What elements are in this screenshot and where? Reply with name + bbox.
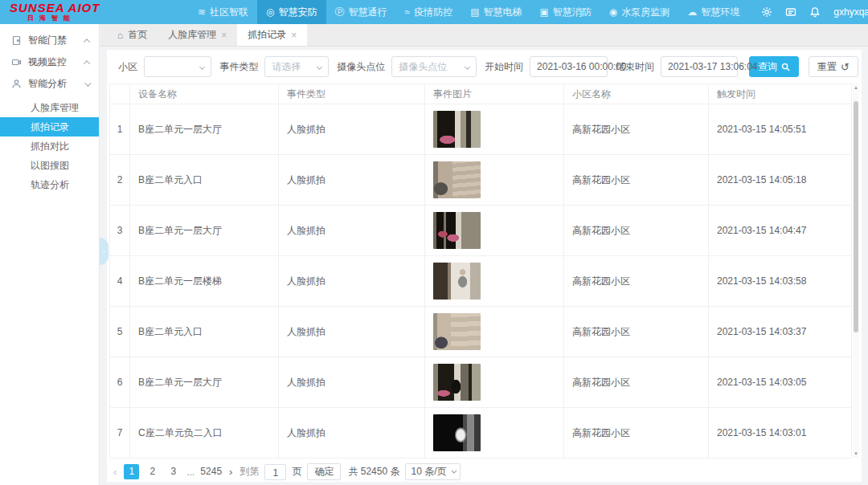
nav-item-fire[interactable]: ▣ 智慧消防 [530,0,600,24]
sidebar-item-face-library[interactable]: 人脸库管理 [0,98,99,117]
tab-home[interactable]: ⌂ 首页 [107,24,158,46]
nav-item-elevator[interactable]: ▤ 智慧电梯 [461,0,530,24]
trigger-time-cell: 2021-03-15 14:04:47 [709,206,852,256]
message-icon[interactable] [785,6,796,18]
event-snapshot[interactable] [433,161,481,198]
event-image-cell [425,408,564,459]
row-index: 2 [110,155,130,206]
event-snapshot[interactable] [433,111,481,148]
event-type-cell: 人脸抓拍 [279,408,425,459]
pagination: ‹ 1 2 3 ... 5245 › 到第 1 页 确定 共 52450 条 1… [107,459,862,480]
goto-page-label: 到第 [240,465,259,479]
sidebar-item-image-search[interactable]: 以图搜图 [0,156,99,175]
row-index: 3 [110,206,130,256]
community-select[interactable] [144,56,211,77]
nav-item-community[interactable]: ≋ 社区智联 [189,0,257,24]
page-button-1[interactable]: 1 [124,464,139,479]
page-size-select[interactable]: 10 条/页 [405,463,461,480]
close-icon[interactable]: × [291,30,297,41]
camera-select[interactable]: 摄像头点位 [391,56,477,77]
table-row: 7 C座二单元负二入口 人脸抓拍 高新花园小区 2021-03-15 14:03… [110,408,852,459]
trigger-time-cell: 2021-03-15 14:05:51 [709,104,852,155]
prev-page-button[interactable]: ‹ [112,466,118,478]
goto-page-input[interactable]: 1 [264,464,286,480]
gear-icon[interactable] [761,6,772,18]
fire-icon: ▣ [539,6,548,18]
chevron-up-icon [84,60,90,67]
nav-item-label: 智慧环境 [701,6,739,19]
event-type-select[interactable]: 请选择 [264,56,329,77]
device-name-cell: B座二单元一层大厅 [130,357,279,408]
event-snapshot[interactable] [433,313,481,350]
tab-label: 抓拍记录 [248,28,286,42]
logo: SUNSEA AIOT 日海智能 [0,0,189,24]
event-image-cell [425,155,564,206]
search-icon [781,63,790,71]
sidebar-group-door-access[interactable]: 智能门禁 [0,30,99,51]
nav-item-security[interactable]: ◎ 智慧安防 [257,0,326,24]
end-time-input[interactable]: 2021-03-17 13:06:04 [661,56,738,77]
col-header-trigger-time: 触发时间 [709,84,852,104]
user-menu[interactable]: gxhyxqadmin [833,6,868,18]
nav-item-epidemic[interactable]: ≈ 疫情防控 [396,0,462,24]
goto-confirm-button[interactable]: 确定 [307,463,341,480]
col-header-community: 小区名称 [564,84,709,104]
community-cell: 高新花园小区 [564,256,709,307]
reset-button-label: 重置 [817,60,837,74]
event-snapshot[interactable] [433,364,481,401]
logo-title: SUNSEA AIOT [10,2,189,14]
scrollbar-thumb[interactable] [854,101,858,332]
event-type-cell: 人脸抓拍 [279,155,425,206]
nav-item-pump[interactable]: ◉ 水泵房监测 [600,0,678,24]
tab-capture-records[interactable]: 抓拍记录 × [237,24,307,46]
community-icon: ≋ [198,6,206,18]
top-nav: ≋ 社区智联 ◎ 智慧安防 Ⓟ 智慧通行 ≈ 疫情防控 ▤ 智慧电梯 ▣ 智慧消… [189,0,748,24]
access-icon: Ⓟ [335,6,345,19]
row-index: 7 [110,408,130,459]
row-index: 1 [110,104,130,155]
sidebar-group-label: 智能门禁 [28,34,67,47]
trigger-time-cell: 2021-03-15 14:05:18 [709,155,852,206]
nav-item-environment[interactable]: ☁ 智慧环境 [678,0,748,24]
event-type-cell: 人脸抓拍 [279,206,425,256]
records-table-wrap: 设备名称 事件类型 事件图片 小区名称 触发时间 1 B座二单元一层大厅 人脸抓… [109,84,859,459]
next-page-button[interactable]: › [227,466,234,478]
sidebar-item-capture-records[interactable]: 抓拍记录 [0,117,99,137]
page-button-2[interactable]: 2 [145,464,160,479]
records-table: 设备名称 事件类型 事件图片 小区名称 触发时间 1 B座二单元一层大厅 人脸抓… [109,84,852,459]
start-time-input[interactable]: 2021-03-16 00:00:00 [530,56,608,77]
close-icon[interactable]: × [221,30,227,41]
page-button-3[interactable]: 3 [166,464,181,479]
page-ellipsis: ... [186,467,194,478]
tab-bar: ⌂ 首页 人脸库管理 × 抓拍记录 × [100,24,868,47]
device-name-cell: B座二单元一层大厅 [130,206,279,256]
scroll-down-icon[interactable]: ▼ [853,450,859,458]
total-count: 共 52450 条 [348,465,399,479]
trigger-time-cell: 2021-03-15 14:03:37 [709,307,852,357]
page-size-value: 10 条/页 [411,465,446,479]
page-button-last[interactable]: 5245 [200,464,222,479]
col-header-event-image: 事件图片 [425,84,564,104]
event-snapshot[interactable] [433,263,481,300]
door-lock-icon [11,35,22,46]
sidebar-group-video-monitor[interactable]: 视频监控 [0,51,99,73]
sidebar-item-track-analysis[interactable]: 轨迹分析 [0,175,99,194]
topbar: SUNSEA AIOT 日海智能 ≋ 社区智联 ◎ 智慧安防 Ⓟ 智慧通行 ≈ … [0,0,868,24]
nav-item-label: 社区智联 [210,6,248,19]
scroll-up-icon[interactable]: ▲ [853,84,859,92]
bell-icon[interactable] [809,6,821,18]
event-snapshot[interactable] [433,414,481,451]
reset-button[interactable]: 重置 ↺ [809,56,858,77]
event-snapshot[interactable] [433,212,481,249]
sidebar-group-smart-analysis[interactable]: 智能分析 [0,73,99,95]
table-scrollbar[interactable]: ▲ ▼ [853,84,859,458]
event-type-cell: 人脸抓拍 [279,104,425,155]
tab-face-library[interactable]: 人脸库管理 × [158,24,237,46]
community-cell: 高新花园小区 [564,307,709,357]
end-time-value: 2021-03-17 13:06:04 [668,61,757,72]
community-label: 小区 [118,60,137,74]
event-type-cell: 人脸抓拍 [279,307,425,357]
col-header-event-type: 事件类型 [279,84,425,104]
nav-item-access[interactable]: Ⓟ 智慧通行 [326,0,396,24]
sidebar-item-capture-compare[interactable]: 抓拍对比 [0,137,99,156]
